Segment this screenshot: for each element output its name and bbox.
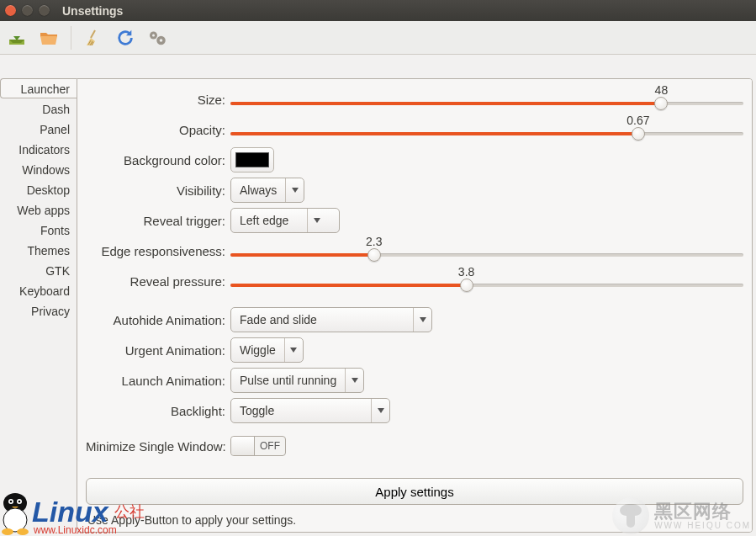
edge-resp-label: Edge responsiveness: xyxy=(86,244,230,258)
folder-open-icon[interactable] xyxy=(39,28,59,48)
bgcolor-swatch xyxy=(235,152,269,167)
tab-desktop[interactable]: Desktop xyxy=(0,179,77,199)
chevron-down-icon xyxy=(345,369,363,392)
launch-anim-label: Launch Animation: xyxy=(86,374,230,388)
tab-privacy[interactable]: Privacy xyxy=(0,300,77,321)
visibility-combo[interactable]: Always xyxy=(230,178,304,203)
import-icon[interactable] xyxy=(7,28,27,48)
minimize-single-label: Minimize Single Window: xyxy=(86,439,230,454)
tab-windows[interactable]: Windows xyxy=(0,159,77,179)
window-title: Unsettings xyxy=(62,4,123,18)
titlebar: Unsettings xyxy=(0,0,756,21)
autohide-anim-combo[interactable]: Fade and slide xyxy=(230,307,432,332)
bgcolor-button[interactable] xyxy=(230,147,274,172)
main-area: Launcher Dash Panel Indicators Windows D… xyxy=(0,55,756,536)
svg-point-1 xyxy=(152,34,155,36)
footer-hint: Use Apply-Button to apply your settings. xyxy=(86,513,743,527)
reveal-pressure-label: Reveal pressure: xyxy=(86,274,230,289)
toolbar xyxy=(0,21,756,55)
autohide-anim-value: Fade and slide xyxy=(231,308,413,332)
launch-anim-value: Pulse until running xyxy=(231,369,345,392)
bgcolor-label: Background color: xyxy=(86,153,230,167)
edge-resp-slider[interactable]: 2.3 xyxy=(230,236,743,265)
broom-icon[interactable] xyxy=(83,28,103,48)
maximize-icon[interactable] xyxy=(39,5,50,16)
backlight-value: Toggle xyxy=(231,399,371,422)
tab-indicators[interactable]: Indicators xyxy=(0,139,77,159)
sidebar: Launcher Dash Panel Indicators Windows D… xyxy=(0,55,77,536)
chevron-down-icon xyxy=(285,178,304,202)
urgent-anim-label: Urgent Animation: xyxy=(86,343,230,358)
tab-keyboard[interactable]: Keyboard xyxy=(0,280,77,300)
chevron-down-icon xyxy=(413,308,431,332)
reveal-trigger-value: Left edge xyxy=(231,209,307,232)
urgent-anim-value: Wiggle xyxy=(231,338,284,362)
minimize-icon[interactable] xyxy=(22,5,33,16)
chevron-down-icon xyxy=(371,399,389,422)
tab-fonts[interactable]: Fonts xyxy=(0,220,77,240)
tab-launcher[interactable]: Launcher xyxy=(0,78,77,98)
close-icon[interactable] xyxy=(5,5,16,16)
minimize-single-toggle[interactable]: OFF xyxy=(230,436,286,456)
urgent-anim-combo[interactable]: Wiggle xyxy=(230,337,304,363)
tab-themes[interactable]: Themes xyxy=(0,240,77,260)
reveal-trigger-label: Reveal trigger: xyxy=(86,214,230,228)
opacity-slider[interactable]: 0.67 xyxy=(230,115,743,144)
tab-dash[interactable]: Dash xyxy=(0,98,77,119)
settings-panel: Size: 48 Opacity: xyxy=(77,78,753,533)
opacity-value: 0.67 xyxy=(626,114,649,127)
opacity-label: Opacity: xyxy=(86,123,230,137)
backlight-label: Backlight: xyxy=(86,404,230,418)
svg-point-3 xyxy=(160,39,163,42)
visibility-label: Visibility: xyxy=(86,183,230,198)
size-label: Size: xyxy=(86,93,230,107)
launch-anim-combo[interactable]: Pulse until running xyxy=(230,368,364,393)
size-slider[interactable]: 48 xyxy=(230,85,743,114)
chevron-down-icon xyxy=(307,209,325,232)
tab-web-apps[interactable]: Web apps xyxy=(0,199,77,220)
reveal-pressure-slider[interactable]: 3.8 xyxy=(230,267,743,295)
backlight-combo[interactable]: Toggle xyxy=(230,398,390,423)
gears-icon[interactable] xyxy=(147,28,167,48)
toolbar-separator xyxy=(71,26,71,50)
refresh-icon[interactable] xyxy=(115,28,135,48)
reveal-pressure-value: 3.8 xyxy=(458,265,474,279)
reveal-trigger-combo[interactable]: Left edge xyxy=(230,208,340,233)
autohide-anim-label: Autohide Animation: xyxy=(86,313,230,327)
chevron-down-icon xyxy=(284,338,303,362)
tab-gtk[interactable]: GTK xyxy=(0,260,77,280)
tab-panel[interactable]: Panel xyxy=(0,119,77,139)
size-value: 48 xyxy=(655,83,669,97)
edge-resp-value: 2.3 xyxy=(366,235,382,248)
visibility-value: Always xyxy=(231,178,285,202)
apply-settings-button[interactable]: Apply settings xyxy=(86,478,743,505)
minimize-single-value: OFF xyxy=(255,440,285,452)
